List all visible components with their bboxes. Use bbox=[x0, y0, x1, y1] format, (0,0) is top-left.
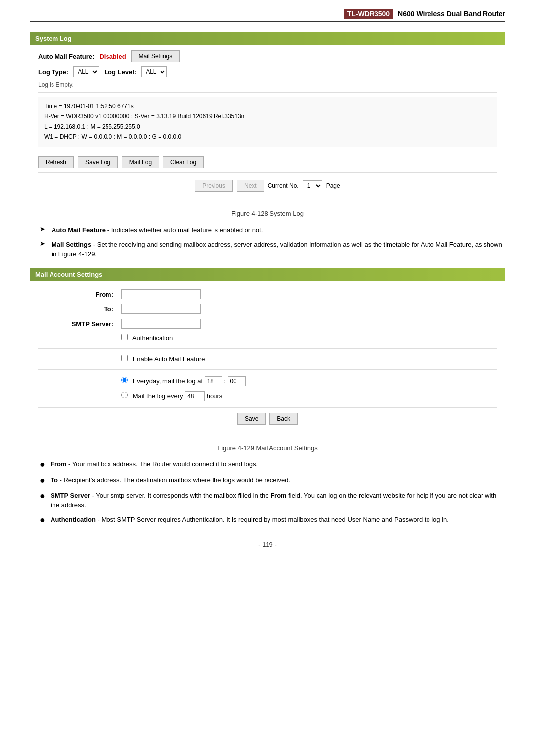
mail-save-button[interactable]: Save bbox=[237, 413, 266, 425]
enable-auto-mail-checkbox[interactable] bbox=[121, 355, 128, 361]
to-input[interactable] bbox=[121, 304, 201, 314]
auto-mail-dash: - bbox=[106, 226, 109, 234]
smtp-label: SMTP Server: bbox=[38, 316, 117, 331]
auth-label-cell bbox=[38, 331, 117, 344]
bullet-auto-mail: ➤ Auto Mail Feature - Indicates whether … bbox=[30, 225, 505, 235]
auth-check-cell: Authentication bbox=[117, 331, 497, 344]
auth-bold: Authentication bbox=[51, 516, 96, 523]
time-colon: : bbox=[224, 377, 227, 385]
log-type-label: Log Type: bbox=[38, 68, 68, 76]
auth-label: Authentication bbox=[132, 334, 173, 342]
everyday-label: Everyday, mail the log at bbox=[133, 377, 203, 385]
next-button[interactable]: Next bbox=[237, 180, 264, 192]
smtp-desc-1: - Your smtp server. It corresponds with … bbox=[90, 492, 270, 499]
log-w1: W1 = DHCP : W = 0.0.0.0 : M = 0.0.0.0 : … bbox=[44, 132, 491, 142]
enable-auto-mail-row: Enable Auto Mail Feature bbox=[38, 353, 497, 365]
mail-every-hours-input[interactable] bbox=[185, 391, 205, 401]
everyday-radio[interactable] bbox=[121, 377, 128, 383]
bullets-bottom: ● From - Your mail box address. The Rout… bbox=[30, 459, 505, 526]
log-level-label: Log Level: bbox=[104, 68, 136, 76]
enable-auto-mail-table: Enable Auto Mail Feature bbox=[38, 353, 497, 365]
pagination-row: Previous Next Current No. 1 Page bbox=[38, 177, 497, 194]
bullet-to: ● To - Recipient's address. The destinat… bbox=[30, 475, 505, 486]
mail-every-radio-cell bbox=[38, 389, 117, 403]
auto-mail-desc: Indicates whether auto mail feature is e… bbox=[109, 226, 263, 234]
everyday-content-cell: Everyday, mail the log at : bbox=[117, 374, 497, 389]
log-time: Time = 1970-01-01 1:52:50 6771s bbox=[44, 101, 491, 111]
from-desc: - Your mail box address. The Router woul… bbox=[67, 460, 258, 468]
log-buttons-row: Refresh Save Log Mail Log Clear Log bbox=[38, 156, 497, 168]
mail-back-button[interactable]: Back bbox=[269, 413, 298, 425]
mail-every-content-cell: Mail the log every hours bbox=[117, 389, 497, 403]
from-row: From: bbox=[38, 287, 497, 302]
clear-log-button[interactable]: Clear Log bbox=[163, 156, 204, 168]
mail-settings-dash: - bbox=[91, 241, 95, 248]
mail-every-radio[interactable] bbox=[121, 392, 128, 398]
dot-icon-auth: ● bbox=[40, 515, 47, 526]
figure-128-caption: Figure 4-128 System Log bbox=[30, 210, 505, 217]
bullet-auth: ● Authentication - Most SMTP Server requ… bbox=[30, 515, 505, 526]
auto-mail-status: Disabled bbox=[99, 53, 126, 60]
save-log-button[interactable]: Save Log bbox=[78, 156, 118, 168]
to-bold: To bbox=[51, 476, 58, 484]
smtp-bold: SMTP Server bbox=[51, 492, 90, 499]
bullet-smtp-text: SMTP Server - Your smtp server. It corre… bbox=[51, 491, 505, 510]
from-input[interactable] bbox=[121, 289, 201, 299]
mail-account-panel: Mail Account Settings From: To: SMTP Ser… bbox=[30, 268, 505, 434]
to-row: To: bbox=[38, 302, 497, 316]
from-bold: From bbox=[51, 460, 67, 468]
dot-icon-to: ● bbox=[40, 475, 47, 486]
current-no-label: Current No. bbox=[268, 182, 299, 189]
bullet-auto-mail-text: Auto Mail Feature - Indicates whether au… bbox=[52, 225, 263, 235]
bullet-from-text: From - Your mail box address. The Router… bbox=[51, 459, 258, 469]
log-hver: H-Ver = WDR3500 v1 00000000 : S-Ver = 3.… bbox=[44, 111, 491, 121]
arrow-icon-mail-settings: ➤ bbox=[40, 240, 48, 247]
auth-checkbox[interactable] bbox=[121, 334, 128, 340]
mail-log-button[interactable]: Mail Log bbox=[122, 156, 159, 168]
router-model: TL-WDR3500 N600 Wireless Dual Band Route… bbox=[344, 10, 505, 18]
refresh-button[interactable]: Refresh bbox=[38, 156, 74, 168]
log-type-select[interactable]: ALL bbox=[73, 66, 99, 77]
auth-row: Authentication bbox=[38, 331, 497, 344]
from-field-cell bbox=[117, 287, 497, 302]
page-header: TL-WDR3500 N600 Wireless Dual Band Route… bbox=[30, 10, 505, 22]
everyday-min-input[interactable] bbox=[228, 376, 246, 386]
log-type-row: Log Type: ALL Log Level: ALL bbox=[38, 66, 497, 77]
smtp-input[interactable] bbox=[121, 319, 201, 329]
auto-mail-label: Auto Mail Feature: bbox=[38, 53, 94, 60]
mail-settings-label-bold: Mail Settings bbox=[52, 241, 91, 248]
page-number: - 119 - bbox=[30, 541, 505, 548]
auto-mail-row: Auto Mail Feature: Disabled Mail Setting… bbox=[38, 50, 497, 62]
arrow-icon-auto-mail: ➤ bbox=[40, 225, 48, 233]
bullet-to-text: To - Recipient's address. The destinatio… bbox=[51, 475, 290, 485]
log-lver: L = 192.168.0.1 : M = 255.255.255.0 bbox=[44, 122, 491, 132]
previous-button[interactable]: Previous bbox=[195, 180, 233, 192]
from-label: From: bbox=[38, 287, 117, 302]
current-no-select[interactable]: 1 bbox=[303, 180, 322, 191]
bullet-from: ● From - Your mail box address. The Rout… bbox=[30, 459, 505, 470]
log-info-block: Time = 1970-01-01 1:52:50 6771s H-Ver = … bbox=[38, 97, 497, 147]
from-ref-bold: From bbox=[270, 492, 287, 499]
bullet-smtp: ● SMTP Server - Your smtp server. It cor… bbox=[30, 491, 505, 510]
mail-every-label: Mail the log every bbox=[133, 392, 183, 400]
to-label: To: bbox=[38, 302, 117, 316]
mail-form-table: From: To: SMTP Server: bbox=[38, 287, 497, 344]
to-field-cell bbox=[117, 302, 497, 316]
mail-every-row: Mail the log every hours bbox=[38, 389, 497, 403]
mail-settings-button[interactable]: Mail Settings bbox=[131, 50, 180, 62]
hours-label: hours bbox=[207, 392, 223, 400]
system-log-panel: System Log Auto Mail Feature: Disabled M… bbox=[30, 32, 505, 200]
log-level-select[interactable]: ALL bbox=[141, 66, 167, 77]
to-desc: - Recipient's address. The destination m… bbox=[58, 476, 290, 484]
smtp-row: SMTP Server: bbox=[38, 316, 497, 331]
everyday-hour-input[interactable] bbox=[205, 376, 222, 386]
enable-auto-mail-label-cell bbox=[38, 353, 117, 365]
smtp-field-cell bbox=[117, 316, 497, 331]
auto-mail-label-bold: Auto Mail Feature bbox=[52, 226, 106, 234]
model-number: TL-WDR3500 bbox=[344, 9, 393, 19]
dot-icon-smtp: ● bbox=[40, 491, 47, 502]
dot-icon-from: ● bbox=[40, 459, 47, 470]
bullet-auth-text: Authentication - Most SMTP Server requir… bbox=[51, 515, 449, 525]
page-label: Page bbox=[326, 182, 340, 189]
figure-129-caption: Figure 4-129 Mail Account Settings bbox=[30, 444, 505, 452]
